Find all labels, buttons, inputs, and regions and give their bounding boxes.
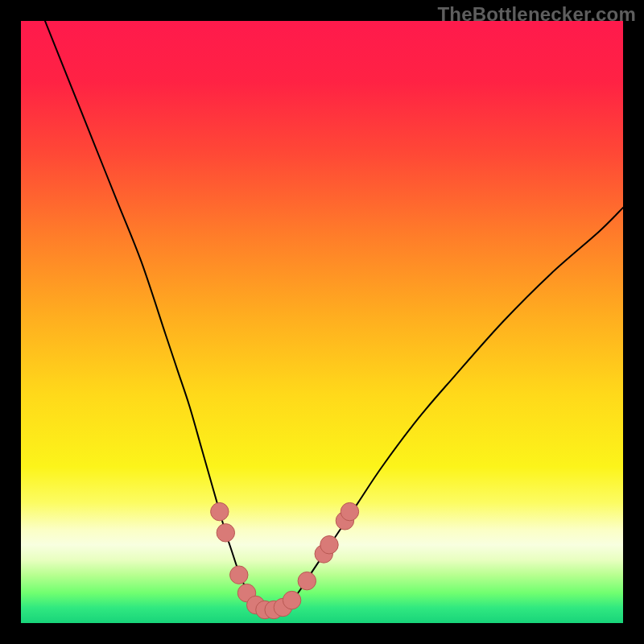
marker-point <box>217 524 234 542</box>
plot-area <box>21 21 623 623</box>
marker-point <box>283 591 300 609</box>
bottleneck-markers <box>211 502 359 618</box>
marker-point <box>341 502 358 520</box>
marker-point <box>230 566 248 584</box>
marker-point <box>211 502 229 520</box>
chart-overlay <box>21 21 623 623</box>
marker-point <box>298 572 316 589</box>
chart-frame: TheBottlenecker.com <box>0 0 644 644</box>
bottleneck-curve <box>45 21 623 611</box>
marker-point <box>320 536 338 554</box>
